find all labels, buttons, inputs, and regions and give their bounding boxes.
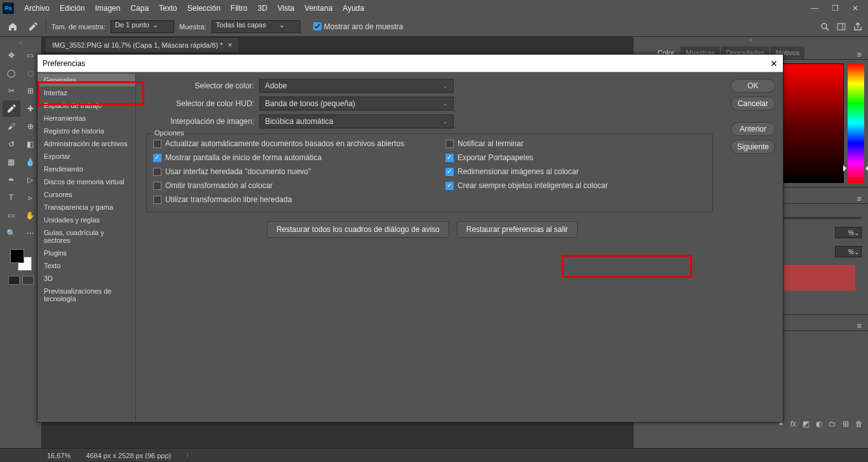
highlight-reset-on-quit bbox=[562, 255, 692, 278]
sidebar-item-guides[interactable]: Guías, cuadrícula y sectores bbox=[37, 226, 135, 247]
close-tab-icon[interactable]: × bbox=[227, 41, 232, 50]
sidebar-item-performance[interactable]: Rendimiento bbox=[37, 163, 135, 175]
check-smart-objects[interactable]: Crear siempre objetos inteligentes al co… bbox=[445, 181, 608, 190]
reset-warnings-button[interactable]: Restaurar todos los cuadros de diálogo d… bbox=[267, 221, 449, 238]
check-legacy-freetransform[interactable]: Utilizar transformación libre heredada bbox=[153, 195, 420, 204]
sample-select[interactable]: Todas las capas ⌄ bbox=[212, 20, 301, 33]
sample-label: Muestra: bbox=[179, 23, 207, 31]
sidebar-item-text[interactable]: Texto bbox=[37, 259, 135, 272]
mask-icon[interactable]: ◩ bbox=[803, 419, 810, 428]
sidebar-item-techpreview[interactable]: Previsualizaciones de tecnología bbox=[37, 285, 135, 305]
move-tool[interactable]: ✥ bbox=[3, 47, 20, 64]
sample-size-select[interactable]: De 1 punto ⌄ bbox=[111, 20, 174, 33]
home-icon[interactable] bbox=[5, 19, 20, 34]
tools-panel: « ✥ ▭ ◯ ◌ ✂ ⊞ ✚ 🖌 ⊕ ↺ ◧ ▦ 💧 ✒ ▷ T ▹ ▭ ✋ … bbox=[0, 37, 42, 448]
layout-icon[interactable] bbox=[836, 22, 846, 32]
ok-button[interactable]: OK bbox=[731, 79, 775, 93]
show-ring-checkbox[interactable]: Mostrar aro de muestra bbox=[313, 22, 403, 31]
type-tool[interactable]: T bbox=[3, 189, 20, 206]
cancel-button[interactable]: Cancelar bbox=[731, 97, 775, 111]
menu-text[interactable]: Texto bbox=[154, 0, 182, 17]
zoom-tool[interactable]: 🔍 bbox=[3, 225, 20, 241]
sidebar-item-history[interactable]: Registro de historia bbox=[37, 125, 135, 137]
sidebar-item-3d[interactable]: 3D bbox=[37, 272, 135, 285]
menu-3d[interactable]: 3D bbox=[252, 0, 272, 17]
sidebar-item-scratch[interactable]: Discos de memoria virtual bbox=[37, 175, 135, 188]
crop-tool[interactable]: ✂ bbox=[3, 83, 20, 99]
status-zoom[interactable]: 16,67% bbox=[47, 452, 71, 459]
menu-edit[interactable]: Edición bbox=[55, 0, 90, 17]
lasso-tool[interactable]: ◯ bbox=[3, 65, 20, 81]
sidebar-item-interfaz[interactable]: Interfaz bbox=[37, 86, 135, 99]
sidebar-item-cursors[interactable]: Cursores bbox=[37, 188, 135, 201]
menu-layer[interactable]: Capa bbox=[125, 0, 154, 17]
sidebar-item-generales[interactable]: Generales bbox=[37, 74, 135, 86]
dialog-title: Preferencias bbox=[43, 59, 85, 68]
new-layer-icon[interactable]: ⊞ bbox=[843, 419, 849, 428]
select-hud-picker[interactable]: Banda de tonos (pequeña)⌄ bbox=[259, 97, 454, 111]
menu-window[interactable]: Ventana bbox=[299, 0, 337, 17]
sidebar-item-tools[interactable]: Herramientas bbox=[37, 112, 135, 125]
shape-tool[interactable]: ▭ bbox=[3, 207, 20, 224]
pen-tool[interactable]: ✒ bbox=[3, 172, 20, 188]
window-maximize[interactable]: ❐ bbox=[825, 0, 845, 17]
dialog-close-button[interactable]: ✕ bbox=[770, 58, 778, 69]
check-notify-done[interactable]: Notificar al terminar bbox=[445, 139, 608, 148]
percent-field-2[interactable]: % ⌄ bbox=[835, 246, 862, 257]
menu-select[interactable]: Selección bbox=[182, 0, 226, 17]
eyedropper-tool-icon[interactable] bbox=[25, 19, 41, 34]
prefs-sidebar: Generales Interfaz Espacio de trabajo He… bbox=[37, 72, 136, 422]
next-button[interactable]: Siguiente bbox=[731, 140, 775, 154]
gradient-tool[interactable]: ▦ bbox=[3, 154, 20, 170]
panel-menu-icon[interactable]: ≡ bbox=[853, 194, 865, 203]
sidebar-item-workspace[interactable]: Espacio de trabajo bbox=[37, 99, 135, 112]
menu-view[interactable]: Vista bbox=[273, 0, 299, 17]
check-resize-place[interactable]: Redimensionar imágenes al colocar bbox=[445, 167, 608, 176]
options-legend: Opciones bbox=[152, 129, 186, 137]
window-close[interactable]: ✕ bbox=[845, 0, 865, 17]
quickmask-mode-button[interactable] bbox=[22, 276, 34, 285]
check-home-screen[interactable]: Mostrar pantalla de inicio de forma auto… bbox=[153, 153, 420, 162]
sample-size-label: Tam. de muestra: bbox=[51, 23, 105, 31]
folder-icon[interactable]: 🗀 bbox=[829, 419, 836, 428]
eyedropper-tool[interactable] bbox=[3, 100, 20, 117]
check-skip-transform[interactable]: Omitir transformación al colocar bbox=[153, 181, 420, 190]
check-auto-update[interactable]: Actualizar automáticamente documentos ba… bbox=[153, 139, 420, 148]
check-export-clipboard[interactable]: Exportar Portapapeles bbox=[445, 153, 608, 162]
menu-file[interactable]: Archivo bbox=[19, 0, 55, 17]
sidebar-item-export[interactable]: Exportar bbox=[37, 150, 135, 163]
standard-mode-button[interactable] bbox=[8, 276, 20, 285]
search-icon[interactable] bbox=[820, 22, 830, 32]
adjustment-icon[interactable]: ◐ bbox=[816, 419, 822, 428]
trash-icon[interactable]: 🗑 bbox=[855, 419, 863, 428]
menu-image[interactable]: Imagen bbox=[90, 0, 125, 17]
window-minimize[interactable]: — bbox=[804, 0, 825, 17]
menu-help[interactable]: Ayuda bbox=[337, 0, 369, 17]
sidebar-item-transparency[interactable]: Transparencia y gama bbox=[37, 201, 135, 214]
sidebar-item-filehandling[interactable]: Administración de archivos bbox=[37, 137, 135, 150]
options-bar: Tam. de muestra: De 1 punto ⌄ Muestra: T… bbox=[0, 17, 868, 37]
history-brush-tool[interactable]: ↺ bbox=[3, 136, 20, 153]
panel-menu-icon[interactable]: ≡ bbox=[853, 50, 865, 59]
preferences-dialog: Preferencias ✕ Generales Interfaz Espaci… bbox=[37, 54, 783, 423]
check-legacy-newdoc[interactable]: Usar interfaz heredada "documento nuevo" bbox=[153, 167, 420, 176]
sidebar-item-units[interactable]: Unidades y reglas bbox=[37, 214, 135, 226]
reset-on-quit-button[interactable]: Restaurar preferencias al salir bbox=[457, 221, 578, 238]
share-icon[interactable] bbox=[853, 22, 863, 32]
panel-menu-icon[interactable]: ≡ bbox=[853, 322, 865, 330]
status-dimensions: 4684 px x 2528 px (96 ppp) bbox=[86, 452, 171, 459]
fx-icon[interactable]: fx bbox=[790, 419, 796, 428]
menu-filter[interactable]: Filtro bbox=[226, 0, 253, 17]
select-color-picker[interactable]: Adobe⌄ bbox=[259, 79, 454, 93]
sidebar-item-plugins[interactable]: Plugins bbox=[37, 247, 135, 259]
brush-tool[interactable]: 🖌 bbox=[3, 118, 20, 135]
percent-field-1[interactable]: % ⌄ bbox=[835, 227, 862, 238]
hue-slider[interactable] bbox=[848, 64, 864, 183]
prev-button[interactable]: Anterior bbox=[731, 122, 775, 136]
color-swatches[interactable] bbox=[9, 248, 33, 272]
document-tab-title: IMG_3552.PNG al 16,7% (Capa 1, Máscara r… bbox=[52, 41, 222, 49]
document-tab[interactable]: IMG_3552.PNG al 16,7% (Capa 1, Máscara r… bbox=[46, 38, 238, 52]
dialog-titlebar: Preferencias ✕ bbox=[37, 55, 783, 72]
select-interpolation[interactable]: Bicúbica automática⌄ bbox=[259, 114, 454, 128]
foreground-color[interactable] bbox=[10, 249, 24, 263]
